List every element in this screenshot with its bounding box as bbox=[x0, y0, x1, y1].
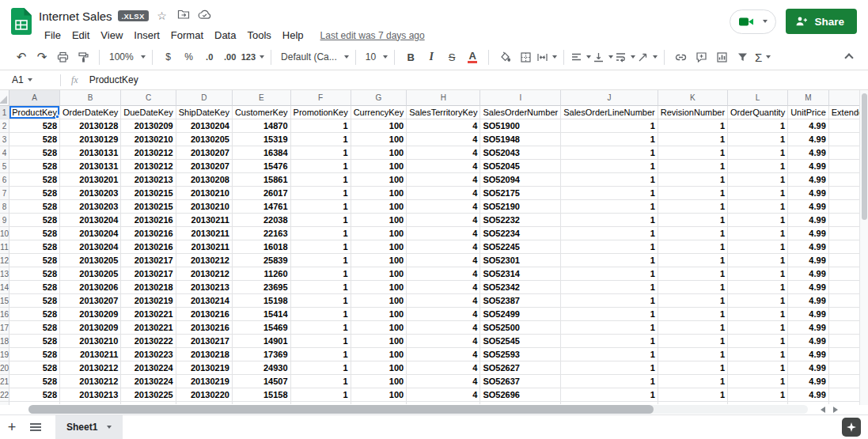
cell-F7[interactable]: 1 bbox=[291, 187, 351, 200]
column-header-A[interactable]: A bbox=[9, 90, 60, 106]
cell-M13[interactable]: 4.99 bbox=[788, 267, 829, 281]
column-header-C[interactable]: C bbox=[121, 90, 176, 106]
cell-B8[interactable]: 20130203 bbox=[60, 200, 121, 214]
cell-B10[interactable]: 20130204 bbox=[60, 227, 121, 240]
cell-L4[interactable]: 1 bbox=[728, 146, 788, 160]
cell-J9[interactable]: 1 bbox=[561, 214, 658, 227]
cell-B16[interactable]: 20130209 bbox=[60, 308, 121, 321]
cell-L20[interactable]: 1 bbox=[728, 361, 788, 375]
cell-D14[interactable]: 20130213 bbox=[176, 281, 233, 294]
menu-insert[interactable]: Insert bbox=[128, 26, 165, 45]
cell-L19[interactable]: 1 bbox=[728, 348, 788, 361]
cell-H15[interactable]: 4 bbox=[407, 294, 480, 308]
cell-E2[interactable]: 14870 bbox=[233, 119, 291, 133]
cell-F22[interactable]: 1 bbox=[291, 388, 351, 402]
cell-D9[interactable]: 20130211 bbox=[176, 214, 233, 227]
cell-I13[interactable]: SO52314 bbox=[480, 267, 561, 281]
cell-K18[interactable]: 1 bbox=[658, 335, 728, 348]
decrease-decimal-button[interactable]: .0 bbox=[200, 47, 219, 66]
cell-G2[interactable]: 100 bbox=[351, 119, 407, 133]
cell-H1[interactable]: SalesTerritoryKey bbox=[407, 106, 480, 119]
cell-F1[interactable]: PromotionKey bbox=[291, 106, 351, 119]
cell-M16[interactable]: 4.99 bbox=[788, 308, 829, 321]
cell-J21[interactable]: 1 bbox=[561, 375, 658, 388]
cell-I12[interactable]: SO52301 bbox=[480, 254, 561, 267]
cell-M11[interactable]: 4.99 bbox=[788, 240, 829, 254]
cell-A12[interactable]: 528 bbox=[9, 254, 60, 267]
cell-B9[interactable]: 20130204 bbox=[60, 214, 121, 227]
row-header-23[interactable]: 23 bbox=[0, 402, 9, 405]
cell-A8[interactable]: 528 bbox=[9, 200, 60, 214]
cell-D21[interactable]: 20130219 bbox=[176, 375, 233, 388]
cell-J4[interactable]: 1 bbox=[561, 146, 658, 160]
cell-K20[interactable]: 1 bbox=[658, 361, 728, 375]
sheet-tab-sheet1[interactable]: Sheet1 bbox=[55, 415, 123, 439]
zoom-select[interactable]: 100% bbox=[106, 47, 146, 66]
cell-L9[interactable]: 1 bbox=[728, 214, 788, 227]
paint-format-button[interactable] bbox=[74, 47, 93, 66]
menu-edit[interactable]: Edit bbox=[66, 26, 95, 45]
cell-F15[interactable]: 1 bbox=[291, 294, 351, 308]
cell-J8[interactable]: 1 bbox=[561, 200, 658, 214]
vertical-scroll-thumb[interactable] bbox=[862, 93, 867, 220]
cell-G15[interactable]: 100 bbox=[351, 294, 407, 308]
cell-H21[interactable]: 4 bbox=[407, 375, 480, 388]
select-all-corner[interactable] bbox=[0, 90, 9, 106]
cell-F11[interactable]: 1 bbox=[291, 240, 351, 254]
cell-L7[interactable]: 1 bbox=[728, 187, 788, 200]
redo-button[interactable]: ↷ bbox=[32, 47, 51, 66]
more-formats-button[interactable]: 123 bbox=[241, 47, 264, 66]
cell-G20[interactable]: 100 bbox=[351, 361, 407, 375]
cell-B20[interactable]: 20130212 bbox=[60, 361, 121, 375]
cell-H17[interactable]: 4 bbox=[407, 321, 480, 335]
cell-C22[interactable]: 20130225 bbox=[121, 388, 176, 402]
font-select[interactable]: Default (Ca... bbox=[278, 47, 349, 66]
cell-G17[interactable]: 100 bbox=[351, 321, 407, 335]
cell-J13[interactable]: 1 bbox=[561, 267, 658, 281]
functions-button[interactable]: Σ bbox=[753, 47, 772, 66]
cell-D6[interactable]: 20130208 bbox=[176, 173, 233, 187]
cell-H7[interactable]: 4 bbox=[407, 187, 480, 200]
cell-J22[interactable]: 1 bbox=[561, 388, 658, 402]
cell-C1[interactable]: DueDateKey bbox=[121, 106, 176, 119]
cell-M4[interactable]: 4.99 bbox=[788, 146, 829, 160]
cell-D19[interactable]: 20130218 bbox=[176, 348, 233, 361]
name-box[interactable]: A1 bbox=[0, 70, 60, 89]
cell-B3[interactable]: 20130129 bbox=[60, 133, 121, 146]
cell-G13[interactable]: 100 bbox=[351, 267, 407, 281]
cell-F9[interactable]: 1 bbox=[291, 214, 351, 227]
cell-C3[interactable]: 20130210 bbox=[121, 133, 176, 146]
cell-B5[interactable]: 20130131 bbox=[60, 160, 121, 173]
cell-A20[interactable]: 528 bbox=[9, 361, 60, 375]
column-header-F[interactable]: F bbox=[291, 90, 351, 106]
cell-K15[interactable]: 1 bbox=[658, 294, 728, 308]
cell-A7[interactable]: 528 bbox=[9, 187, 60, 200]
cell-G5[interactable]: 100 bbox=[351, 160, 407, 173]
explore-button[interactable] bbox=[842, 418, 861, 437]
cell-E15[interactable]: 15198 bbox=[233, 294, 291, 308]
cell-A18[interactable]: 528 bbox=[9, 335, 60, 348]
cell-H4[interactable]: 4 bbox=[407, 146, 480, 160]
cell-B19[interactable]: 20130211 bbox=[60, 348, 121, 361]
cell-H19[interactable]: 4 bbox=[407, 348, 480, 361]
share-button[interactable]: Share bbox=[786, 9, 857, 34]
cell-L16[interactable]: 1 bbox=[728, 308, 788, 321]
cell-L6[interactable]: 1 bbox=[728, 173, 788, 187]
cell-G1[interactable]: CurrencyKey bbox=[351, 106, 407, 119]
cell-A1[interactable]: ProductKey bbox=[9, 106, 60, 119]
cell-D17[interactable]: 20130216 bbox=[176, 321, 233, 335]
cell-D3[interactable]: 20130205 bbox=[176, 133, 233, 146]
cell-K1[interactable]: RevisionNumber bbox=[658, 106, 728, 119]
horizontal-scroll-thumb[interactable] bbox=[28, 405, 654, 414]
cell-G21[interactable]: 100 bbox=[351, 375, 407, 388]
cell-A4[interactable]: 528 bbox=[9, 146, 60, 160]
row-header-8[interactable]: 8 bbox=[0, 200, 9, 214]
cell-L5[interactable]: 1 bbox=[728, 160, 788, 173]
cell-C11[interactable]: 20130216 bbox=[121, 240, 176, 254]
cell-B21[interactable]: 20130212 bbox=[60, 375, 121, 388]
cell-C18[interactable]: 20130222 bbox=[121, 335, 176, 348]
cell-C20[interactable]: 20130224 bbox=[121, 361, 176, 375]
cell-M20[interactable]: 4.99 bbox=[788, 361, 829, 375]
cell-F8[interactable]: 1 bbox=[291, 200, 351, 214]
cell-F4[interactable]: 1 bbox=[291, 146, 351, 160]
